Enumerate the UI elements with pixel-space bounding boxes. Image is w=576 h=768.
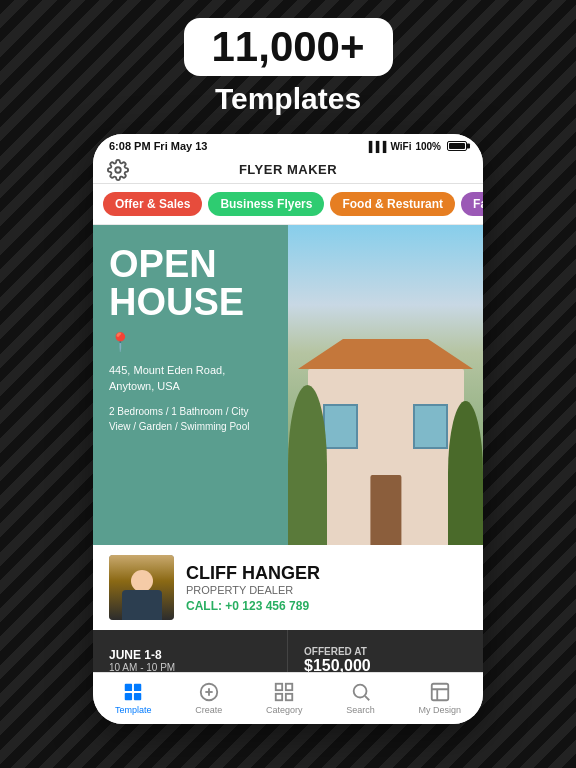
agent-section: CLIFF HANGER PROPERTY DEALER CALL: +0 12… [93,545,483,630]
category-icon [273,681,295,703]
nav-category-label: Category [266,705,303,715]
tab-offer-sales[interactable]: Offer & Sales [103,192,202,216]
hero-subtitle: Templates [20,82,556,116]
svg-rect-3 [125,693,132,700]
wifi-icon: WiFi [390,141,411,152]
my-design-icon [429,681,451,703]
tab-fashion[interactable]: Fashion [461,192,483,216]
flyer-left: OPEN HOUSE 📍 445, Mount Eden Road, Anyto… [93,225,288,545]
phone-frame: 6:08 PM Fri May 13 ▐▐▐ WiFi 100% FLYER M… [93,134,483,724]
nav-create[interactable]: Create [195,681,222,715]
app-header-title: FLYER MAKER [239,162,337,177]
content-area: OPEN HOUSE 📍 445, Mount Eden Road, Anyto… [93,225,483,685]
nav-search[interactable]: Search [346,681,375,715]
hero-count: 11,000+ [184,18,393,76]
date-label: JUNE 1-8 [109,648,271,662]
svg-rect-4 [134,693,141,700]
nav-search-label: Search [346,705,375,715]
status-bar: 6:08 PM Fri May 13 ▐▐▐ WiFi 100% [93,134,483,156]
svg-rect-9 [286,683,292,689]
svg-rect-1 [125,683,132,690]
open-house-title: OPEN HOUSE [109,245,272,321]
status-right: ▐▐▐ WiFi 100% [365,141,467,152]
battery-level: 100% [415,141,441,152]
agent-info: CLIFF HANGER PROPERTY DEALER CALL: +0 12… [186,563,467,613]
agent-name: CLIFF HANGER [186,563,467,584]
house-image [288,225,483,545]
nav-create-label: Create [195,705,222,715]
tab-business-flyers[interactable]: Business Flyers [208,192,324,216]
template-icon [122,681,144,703]
location-icon: 📍 [109,331,272,353]
nav-category[interactable]: Category [266,681,303,715]
nav-template[interactable]: Template [115,681,152,715]
agent-photo [109,555,174,620]
status-time: 6:08 PM Fri May 13 [109,140,207,152]
svg-rect-8 [276,683,282,689]
app-header: FLYER MAKER [93,156,483,184]
offered-at: OFFERED AT [304,646,467,657]
svg-rect-14 [432,683,449,700]
svg-rect-2 [134,683,141,690]
bottom-nav: Template Create Category [93,672,483,724]
signal-icon: ▐▐▐ [365,141,386,152]
nav-my-design[interactable]: My Design [419,681,462,715]
create-icon [198,681,220,703]
features-text: 2 Bedrooms / 1 Bathroom / City View / Ga… [109,404,272,434]
category-tabs: Offer & Sales Business Flyers Food & Res… [93,184,483,225]
search-icon [350,681,372,703]
agent-phone: CALL: +0 123 456 789 [186,599,467,613]
flyer-card-1[interactable]: OPEN HOUSE 📍 445, Mount Eden Road, Anyto… [93,225,483,685]
settings-icon[interactable] [107,159,129,181]
agent-title: PROPERTY DEALER [186,584,467,596]
nav-template-label: Template [115,705,152,715]
tab-food-restaurant[interactable]: Food & Resturant [330,192,455,216]
date-time: 10 AM - 10 PM [109,662,271,673]
svg-point-12 [353,684,366,697]
svg-line-13 [365,696,369,700]
svg-rect-11 [286,694,292,700]
address-text: 445, Mount Eden Road, Anytown, USA [109,363,272,394]
svg-point-0 [115,167,121,173]
svg-rect-10 [276,694,282,700]
battery-icon [447,141,467,151]
nav-my-design-label: My Design [419,705,462,715]
